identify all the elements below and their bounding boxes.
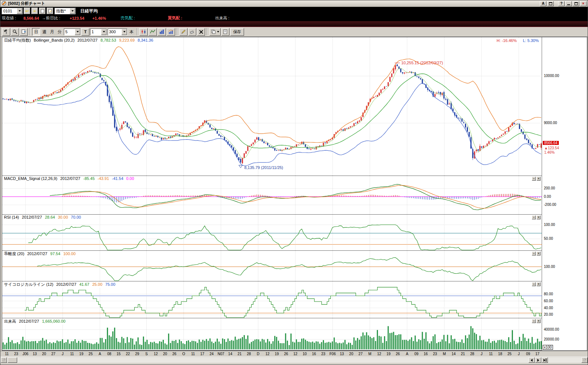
eraser-button[interactable]	[188, 28, 196, 36]
volume-plot[interactable]: 出来高 2012/07/27 1,665,060.00 −×	[2, 318, 542, 350]
export-page-icon	[21, 29, 26, 34]
chevron-down-icon[interactable]	[75, 29, 80, 35]
legend-date: 2012/07/27	[22, 215, 42, 219]
hist-value: -41.54	[112, 176, 123, 181]
period-day-button[interactable]: 日	[32, 28, 40, 36]
time-axis-label: 11	[5, 352, 9, 356]
time-axis-label: 27	[51, 352, 55, 356]
bar-chart-button[interactable]	[158, 28, 166, 36]
help-button[interactable]: ?	[558, 1, 565, 6]
time-axis-label: M	[368, 352, 371, 356]
window-layout-icon	[549, 2, 552, 5]
legend-name: RSI (14)	[4, 215, 19, 219]
rsi-plot[interactable]: RSI (14) 2012/07/27 28.64 30.00 70.00 −×	[2, 215, 542, 251]
legend-name: サイコロジカルライン (12)	[4, 282, 53, 287]
bar-count-select[interactable]: 300	[108, 28, 127, 35]
axis-tick: -200.00	[544, 203, 556, 207]
zoom-tool-button[interactable]	[11, 28, 19, 36]
time-axis-label: 20	[42, 352, 46, 356]
panel-minimize-button[interactable]: −	[532, 251, 536, 256]
period-month-button[interactable]: 月	[49, 29, 55, 35]
chevron-down-icon[interactable]	[101, 29, 107, 35]
time-axis-label: 25	[89, 352, 93, 356]
page-icon	[223, 29, 228, 34]
restore-button[interactable]	[573, 1, 579, 6]
axis-tick: 80.00	[544, 292, 553, 296]
clear-drawings-button[interactable]	[197, 28, 205, 36]
close-icon: ×	[582, 2, 584, 5]
font-size-button[interactable]: A	[540, 1, 546, 6]
window-layout-button[interactable]	[547, 1, 554, 6]
panel-minimize-button[interactable]: −	[532, 319, 536, 323]
panel-close-button[interactable]: ×	[537, 282, 541, 286]
code-value: 0101	[2, 9, 17, 13]
tick-button[interactable]: T	[81, 28, 89, 36]
back-button[interactable]: ↩	[24, 8, 30, 14]
category-select[interactable]: 指数*	[54, 8, 76, 14]
chevron-down-icon[interactable]	[70, 8, 75, 14]
svg-text:10,255.15 (2012/03/27): 10,255.15 (2012/03/27)	[401, 61, 443, 65]
minimize-button[interactable]	[565, 1, 572, 6]
period-minute-button[interactable]: 分	[56, 29, 63, 35]
price-panel: 日経平均(指数) Bollinger_Bands (20,2) 2012/07/…	[2, 37, 587, 176]
memo-button[interactable]	[39, 8, 46, 14]
resize-grip[interactable]	[581, 357, 588, 363]
close-button[interactable]: ×	[580, 1, 587, 6]
scrollbar-track[interactable]	[0, 357, 588, 363]
time-axis-label: 13	[340, 352, 344, 356]
edit-memo-button[interactable]	[47, 8, 53, 14]
panel-close-button[interactable]: ×	[537, 215, 541, 219]
settings-tool-button[interactable]	[2, 28, 10, 36]
pen-tool-button[interactable]	[179, 28, 187, 36]
time-axis-label: 21	[461, 352, 465, 356]
time-axis-label: 23	[433, 352, 437, 356]
kairi-plot[interactable]: 乖離度 (20) 2012/07/27 97.54 100.00 −×	[2, 251, 542, 281]
copy-icon	[211, 29, 216, 34]
rsi-axis: 100.0050.00	[542, 215, 587, 251]
panel-close-button[interactable]: ×	[537, 251, 541, 256]
scrollbar-thumb[interactable]	[8, 357, 17, 363]
save-button[interactable]: 保存	[230, 28, 244, 36]
time-axis-label: 08	[107, 352, 111, 356]
time-axis-label: J	[62, 352, 63, 356]
code-select[interactable]: 0101	[1, 8, 23, 14]
psych-high-level: 75.00	[105, 282, 116, 287]
panel-close-button[interactable]: ×	[537, 177, 541, 181]
panel-minimize-button[interactable]: −	[532, 282, 536, 286]
chevron-down-icon[interactable]	[17, 8, 22, 14]
minimize-icon	[567, 4, 570, 5]
time-axis-label: 11	[489, 352, 492, 356]
export-button[interactable]	[20, 28, 28, 36]
window-bottom-frame	[0, 363, 588, 365]
minute-select[interactable]: 5	[64, 28, 81, 35]
legend-lower-band: 8,341.36	[138, 38, 153, 42]
panel-close-button[interactable]: ×	[537, 319, 541, 323]
psych-plot[interactable]: サイコロジカルライン (12) 2012/07/27 41.67 25.00 7…	[2, 281, 542, 318]
period-week-button[interactable]: 週	[41, 29, 48, 35]
panel-minimize-button[interactable]: −	[532, 177, 536, 181]
price-change-tag: ▲123.54	[544, 146, 559, 150]
panel-window-buttons: −×	[532, 177, 541, 181]
copy-button[interactable]	[209, 28, 221, 36]
symbol-toolbar: 0101 ↩ ∞ 指数* 日経平均	[0, 7, 588, 15]
grid-toggle-button[interactable]	[1, 357, 7, 363]
time-axis-label: 20	[163, 352, 167, 356]
candle-chart-button[interactable]	[139, 28, 148, 36]
layout-button[interactable]	[221, 28, 229, 36]
line-chart-button[interactable]	[148, 28, 157, 36]
scroll-left-button[interactable]	[529, 357, 535, 363]
macd-plot[interactable]: MACD_EMA_Signal (12,26,9) 2012/07/27 -85…	[2, 176, 542, 215]
time-axis-label: A	[406, 352, 409, 356]
panel-minimize-button[interactable]: −	[532, 215, 536, 219]
eraser-icon	[190, 29, 195, 34]
chevron-down-icon[interactable]	[121, 29, 127, 35]
scroll-end-button[interactable]	[542, 357, 548, 363]
search-button[interactable]: ∞	[31, 8, 38, 14]
time-axis-label: 17	[200, 352, 204, 356]
app-icon	[1, 1, 7, 7]
axis-tick: 20000.00	[544, 337, 559, 341]
mixed-chart-button[interactable]	[167, 28, 175, 36]
scroll-right-button[interactable]	[535, 357, 541, 363]
price-chart-plot[interactable]: 日経平均(指数) Bollinger_Bands (20,2) 2012/07/…	[2, 37, 542, 176]
interval-select[interactable]: 1	[90, 28, 107, 35]
